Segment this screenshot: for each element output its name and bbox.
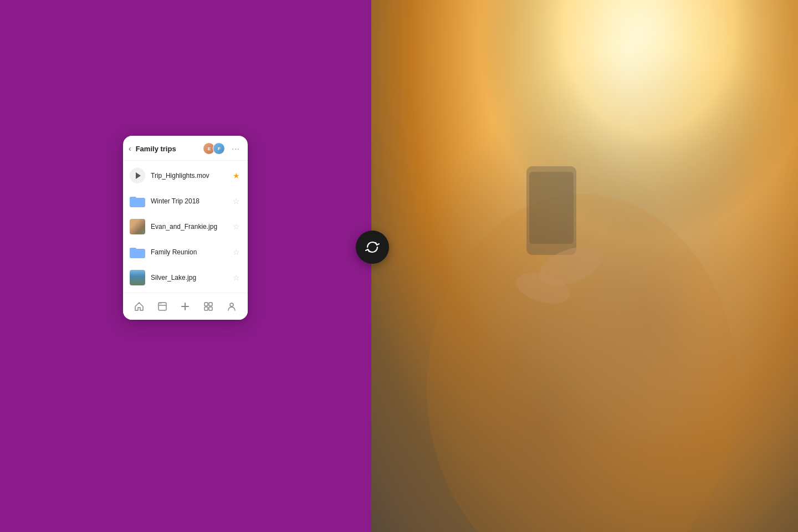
svg-rect-7 [204,303,208,306]
folder-icon [130,193,145,209]
account-nav-button[interactable] [224,299,239,314]
list-item[interactable]: Winter Trip 2018 ☆ [123,188,248,214]
files-nav-button[interactable] [155,299,170,314]
svg-rect-10 [209,307,212,310]
star-button[interactable]: ☆ [233,248,240,257]
file-name: Evan_and_Frankie.jpg [151,223,227,231]
file-name: Winter Trip 2018 [151,197,227,205]
file-name: Trip_Highlights.mov [151,172,227,180]
star-button[interactable]: ★ [233,171,240,180]
folder-title: Family trips [136,145,200,153]
phone-card: ‹ Family trips E F ··· Trip_Highlights.m… [123,136,248,320]
star-button[interactable]: ☆ [233,273,240,282]
list-item[interactable]: Trip_Highlights.mov ★ [123,163,248,188]
right-panel [371,0,798,532]
file-name: Family Reunion [151,248,227,256]
card-header: ‹ Family trips E F ··· [123,136,248,161]
svg-rect-15 [529,172,574,244]
sync-button[interactable] [356,231,389,264]
bottom-nav [123,293,248,320]
list-item[interactable]: Family Reunion ☆ [123,239,248,265]
svg-rect-3 [130,248,136,251]
photo-art [371,0,798,532]
list-item[interactable]: Evan_and_Frankie.jpg ☆ [123,214,248,239]
list-item[interactable]: Silver_Lake.jpg ☆ [123,265,248,290]
star-button[interactable]: ☆ [233,222,240,231]
svg-point-11 [230,303,233,306]
left-panel: ‹ Family trips E F ··· Trip_Highlights.m… [0,0,371,532]
play-triangle [136,172,141,179]
video-icon [130,168,145,183]
avatar-2: F [213,142,225,155]
star-button[interactable]: ☆ [233,197,240,206]
add-nav-button[interactable] [177,299,193,314]
folder-icon [130,244,145,260]
svg-rect-8 [209,303,212,306]
image-thumbnail [130,219,145,234]
sync-icon [365,240,380,254]
back-button[interactable]: ‹ [129,144,131,153]
more-options-button[interactable]: ··· [232,144,240,153]
avatar-group: E F [203,142,225,155]
photos-nav-button[interactable] [201,299,216,314]
image-thumbnail [130,270,145,285]
file-list: Trip_Highlights.mov ★ Winter Trip 2018 ☆ [123,161,248,293]
svg-rect-1 [130,197,136,200]
file-name: Silver_Lake.jpg [151,274,227,282]
home-nav-button[interactable] [131,299,147,314]
svg-rect-9 [204,307,208,310]
